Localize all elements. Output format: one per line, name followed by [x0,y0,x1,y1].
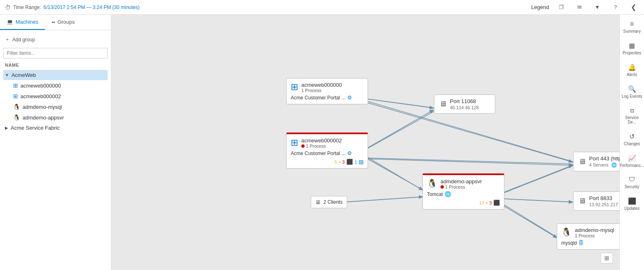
right-sidebar-changes[interactable]: ↺ Changes [620,128,644,150]
right-sidebar-properties[interactable]: ▦ Properties [620,38,644,59]
badge-red-icon-2: ⬛ [493,200,500,206]
acmeweb000000-settings-icon: ⚙ [347,94,352,101]
port-443-icon: 🖥 [578,158,586,166]
sidebar-item-acmeweb[interactable]: ▼ AcmeWeb [3,70,108,80]
chevron-right-icon: ▶ [5,126,8,130]
expand-icon[interactable]: ❐ [556,2,567,13]
clients-label: 2 Clients [323,199,343,205]
sidebar-item-admdemo-appsvr[interactable]: 🐧 admdemo-appsvr [11,112,108,123]
admdemo-mysql-label: admdemo-mysql [23,104,62,110]
node-acmeweb000000[interactable]: ⊞ acmeweb000000 1 Process Acme Customer … [286,78,368,104]
node-acmeweb000002-name: Acme Customer Portal ... ⚙ [291,150,364,156]
node-acmeweb000002-header: ⊞ acmeweb000002 1 Process [291,137,364,148]
svg-line-11 [364,110,433,150]
right-sidebar-log-events[interactable]: 🔍 Log Events [620,81,644,103]
node-admdemo-appsvr-subtitle: 1 Process [441,184,482,189]
node-acmeweb000002-badges: 5 ▪ 3 ⬛ 1 ▧ [291,159,364,165]
port-443-subtitle: 4 Servers 🌐 [589,162,619,168]
time-range-section: ⏱ Time Range: 6/13/2017 2:54 PM — 3:24 P… [5,4,140,11]
service-dep-icon: ⧈ [630,107,634,114]
add-group-label: Add group [12,37,35,43]
right-sidebar-alerts[interactable]: 🔔 Alerts [620,59,644,81]
groups-tab-icon: ▪▪ [52,19,55,25]
properties-label: Properties [623,51,642,55]
back-icon[interactable]: ❮ [628,2,639,13]
expand-map-button[interactable]: ⊞ [601,253,612,263]
right-sidebar-updates[interactable]: ⬛ Updates [620,193,644,215]
port-8833-icon: 🖥 [578,197,586,205]
service-dep-label: Service De... [621,115,642,124]
mysqld-label: mysqld [561,240,577,246]
linux-node-icon: 🐧 [427,178,437,188]
badge-red-icon: ⬛ [346,159,353,165]
windows-icon: ⊞ [13,82,18,89]
time-label: Time Range: [13,4,41,10]
badge-red-2: 3 [489,200,492,205]
security-icon: 🛡 [629,176,635,183]
right-sidebar-performance[interactable]: 📈 Performanc... [620,150,644,172]
right-sidebar-security[interactable]: 🛡 Security [620,172,644,193]
error-dot-2 [441,185,444,189]
node-port-8833[interactable]: 🖥 Port 8833 13.92.251.217 [573,191,619,211]
node-admdemo-mysql-subtitle: 1 Process [575,233,614,238]
svg-line-14 [343,197,423,202]
sidebar-item-acmeweb000002[interactable]: ⊞ acmeweb000002 [11,91,108,101]
changes-icon: ↺ [629,133,635,140]
badge-orange-1: 5 [334,160,337,164]
badge-orange-icon-2: ▪ [486,200,488,206]
help-icon[interactable]: ? [610,2,621,13]
right-sidebar: ≡ Summary ▦ Properties 🔔 Alerts 🔍 Log Ev… [619,15,644,270]
sidebar-item-acmeweb000000[interactable]: ⊞ acmeweb000000 [11,80,108,91]
node-admdemo-appsvr-badges: 17 ▪ 3 ⬛ [427,200,500,206]
svg-line-4 [365,158,574,164]
node-admdemo-appsvr[interactable]: 🐧 admdemo-appsvr 1 Process Tomcat 🌐 17 ▪… [423,173,504,209]
top-bar: ⏱ Time Range: 6/13/2017 2:54 PM — 3:24 P… [0,0,644,15]
clients-icon: 🖥 [315,199,321,205]
main-layout: 💻 Machines ▪▪ Groups ＋ Add group NAME ▼ … [0,15,644,270]
time-value: 6/13/2017 2:54 PM — 3:24 PM (30 minutes) [43,4,140,10]
filter-input[interactable] [3,48,108,59]
name-header: NAME [3,61,108,70]
filter-icon[interactable]: ▼ [592,2,603,13]
node-admdemo-appsvr-process: Tomcat 🌐 [427,191,500,197]
log-events-icon: 🔍 [628,85,636,93]
node-admdemo-mysql-process: mysqld 🗄 [561,240,619,246]
port-443-title: Port 443 (https) [589,155,619,162]
tab-groups[interactable]: ▪▪ Groups [45,15,81,30]
svg-line-15 [503,165,572,193]
legend-button[interactable]: Legend [531,4,549,10]
node-admdemo-mysql[interactable]: 🐧 admdemo-mysql 1 Process mysqld 🗄 [557,223,619,250]
right-sidebar-service-dep[interactable]: ⧈ Service De... [620,103,644,128]
sidebar-tabs: 💻 Machines ▪▪ Groups [0,15,111,30]
svg-line-13 [364,159,572,165]
tomcat-label: Tomcat [427,191,443,197]
port-443-globe-icon: 🌐 [611,162,617,167]
sidebar-item-acme-service-fabric[interactable]: ▶ Acme Service Fabric [3,123,108,133]
port-443-header: 🖥 Port 443 (https) 4 Servers 🌐 [578,155,619,168]
acmeweb000002-label: acmeweb000002 [20,93,61,99]
node-admdemo-appsvr-header: 🐧 admdemo-appsvr 1 Process [427,178,500,189]
changes-label: Changes [624,142,640,146]
node-port-443[interactable]: 🖥 Port 443 (https) 4 Servers 🌐 [573,152,619,171]
linux-node-icon-2: 🐧 [561,227,572,237]
node-clients[interactable]: 🖥 2 Clients [311,196,347,208]
alerts-label: Alerts [627,72,637,77]
node-admdemo-appsvr-title: admdemo-appsvr [441,178,482,184]
acmeweb-label: AcmeWeb [11,72,36,78]
sidebar-item-admdemo-mysql[interactable]: 🐧 admdemo-mysql [11,101,108,112]
tab-machines[interactable]: 💻 Machines [0,15,45,30]
right-sidebar-summary[interactable]: ≡ Summary [620,16,644,38]
acmeweb000000-label: acmeweb000000 [20,83,61,89]
port-11068-icon: 🖥 [439,100,447,108]
node-port-11068[interactable]: 🖥 Port 11068 40.114.46.128 [434,94,495,114]
badge-red-1: 3 [342,160,345,164]
linux-icon: 🐧 [13,104,20,110]
node-acmeweb000000-title: acmeweb000000 [301,82,342,88]
add-group-button[interactable]: ＋ Add group [3,34,108,45]
map-area[interactable]: ⊞ acmeweb000000 1 Process Acme Customer … [111,15,619,270]
port-11068-subtitle: 40.114.46.128 [450,105,479,110]
zoom-controls: ⊞ [601,253,613,263]
badge-orange-icon: ▪ [339,159,340,165]
mail-icon[interactable]: ✉ [574,2,585,13]
node-acmeweb000002[interactable]: ⊞ acmeweb000002 1 Process Acme Customer … [286,133,368,169]
